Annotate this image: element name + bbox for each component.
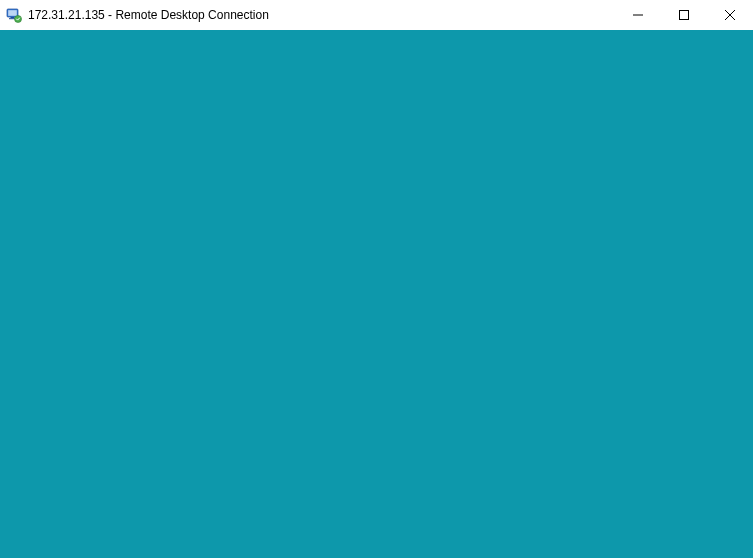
svg-rect-2: [11, 17, 15, 18]
window-title: 172.31.21.135 - Remote Desktop Connectio…: [28, 0, 615, 30]
rdp-app-icon: [6, 7, 22, 23]
svg-rect-6: [680, 11, 689, 20]
window-titlebar: 172.31.21.135 - Remote Desktop Connectio…: [0, 0, 753, 30]
minimize-button[interactable]: [615, 0, 661, 30]
window-controls: [615, 0, 753, 30]
maximize-button[interactable]: [661, 0, 707, 30]
svg-rect-1: [8, 10, 17, 16]
close-button[interactable]: [707, 0, 753, 30]
remote-desktop-viewport[interactable]: [0, 30, 753, 558]
